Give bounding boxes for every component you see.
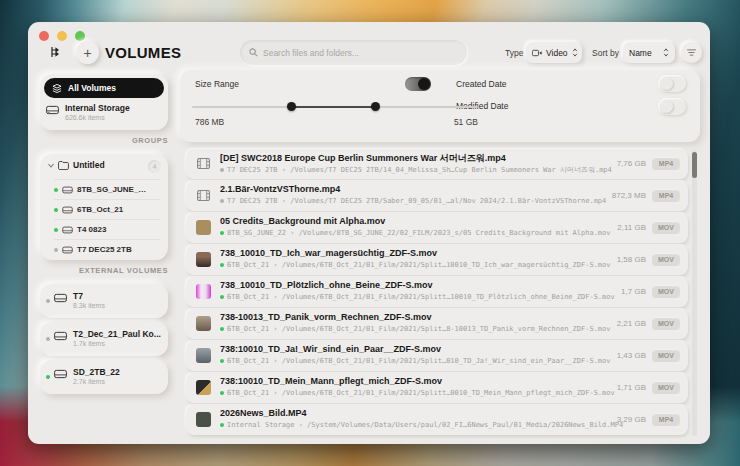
file-path: 6TB_Oct_21 › /Volumes/6TB_Oct_21/01_Film… — [227, 325, 611, 333]
format-badge: MOV — [652, 285, 680, 298]
file-row[interactable]: 738_10010_TD_Plötzlich_ohne_Beine_ZDF-S.… — [186, 277, 688, 307]
file-row[interactable]: 05 Credits_Background mit Alpha.mov 8TB_… — [186, 213, 688, 243]
group-item-label: 8TB_SG_JUNE_… — [77, 185, 146, 194]
film-icon — [196, 188, 211, 203]
status-dot — [220, 295, 224, 299]
file-path: Internal Storage › /System/Volumes/Data/… — [227, 421, 623, 429]
sidebar-item-t4-0823[interactable]: T4 0823 — [54, 219, 160, 239]
scrollbar-thumb[interactable] — [692, 152, 697, 178]
slider-handle-min[interactable] — [287, 102, 296, 111]
folder-icon — [58, 161, 69, 170]
groups-card: Untitled 4 8TB_SG_JUNE_… 6TB_Oct_21 T4 0… — [40, 154, 168, 260]
groups-section-header: GROUPS — [40, 136, 168, 145]
volume-count: 8.3k items — [73, 302, 105, 309]
file-size: 1,58 GB — [591, 255, 646, 264]
video-camera-icon — [532, 49, 542, 57]
created-date-toggle[interactable] — [658, 75, 686, 92]
group-item-label: T7 DEC25 2TB — [77, 245, 132, 254]
status-dot — [220, 327, 224, 331]
format-badge: MOV — [652, 253, 680, 266]
volume-name: T2_Dec_21_Paul Ko... — [73, 329, 161, 339]
file-path: 6TB_Oct_21 › /Volumes/6TB_Oct_21/01_Film… — [227, 389, 615, 397]
drive-icon — [54, 293, 67, 303]
group-count-badge[interactable]: 4 — [148, 160, 161, 173]
sidebar-item-t2-dec-21[interactable]: T2_Dec_21_Paul Ko... 1.7k items — [40, 322, 168, 356]
format-badge: MOV — [652, 381, 680, 394]
size-range-toggle[interactable] — [405, 77, 431, 91]
size-range-slider[interactable] — [192, 102, 478, 111]
video-thumbnail — [196, 220, 211, 235]
status-dot — [220, 263, 224, 267]
add-volume-button[interactable]: + — [76, 41, 99, 64]
file-row[interactable]: 738_10010_TD_Ich_war_magersüchtig_ZDF-S.… — [186, 245, 688, 275]
sidebar-item-internal-storage[interactable]: Internal Storage 626.6k items — [46, 103, 130, 121]
sidebar-item-t7-dec25[interactable]: T7 DEC25 2TB — [54, 239, 160, 259]
file-row[interactable]: 738:10010_TD_Mein_Mann_pflegt_mich_ZDF-S… — [186, 373, 688, 403]
sidebar-item-label: All Volumes — [68, 83, 116, 93]
sidebar-item-sd-2tb-22[interactable]: SD_2TB_22 2.7k items — [40, 360, 168, 394]
group-untitled[interactable]: Untitled — [48, 160, 105, 170]
format-badge: MOV — [652, 349, 680, 362]
status-dot — [54, 248, 58, 252]
sidebar-item-t7[interactable]: T7 8.3k items — [40, 284, 168, 318]
modified-date-toggle[interactable] — [658, 98, 686, 115]
scrollbar[interactable] — [692, 150, 697, 436]
workflow-icon[interactable] — [49, 46, 61, 58]
file-size: 2,11 GB — [591, 223, 646, 232]
window-controls — [39, 31, 85, 41]
format-badge: MP4 — [652, 413, 680, 426]
file-row[interactable]: 2.1.Bär-VontzVSThorne.mp4 T7 DEC25 2TB ›… — [186, 181, 688, 211]
status-dot — [220, 423, 224, 427]
file-row[interactable]: 738-10013_TD_Panik_vorm_Rechnen_ZDF-S.mo… — [186, 309, 688, 339]
file-path: 8TB_SG_JUNE_22 › /Volumes/8TB_SG_JUNE_22… — [227, 229, 611, 237]
status-dot — [46, 337, 50, 341]
file-row[interactable]: 2026News_Bild.MP4 Internal Storage › /Sy… — [186, 405, 688, 435]
drive-icon — [54, 369, 67, 379]
close-button[interactable] — [39, 31, 49, 41]
minimize-button[interactable] — [57, 31, 67, 41]
size-max-value: 51 GB — [418, 117, 478, 127]
chevron-up-down-icon — [572, 48, 578, 57]
search-bar[interactable] — [240, 40, 467, 65]
file-name: 2.1.Bär-VontzVSThorne.mp4 — [220, 184, 615, 194]
file-size: 2,21 GB — [591, 319, 646, 328]
sort-label: Sort by — [592, 48, 619, 58]
file-name: 05 Credits_Background mit Alpha.mov — [220, 216, 615, 226]
sidebar-item-8tb-sg-june[interactable]: 8TB_SG_JUNE_… — [54, 179, 160, 199]
volumes-card: All Volumes Internal Storage 626.6k item… — [40, 74, 168, 130]
search-input[interactable] — [263, 48, 458, 58]
video-thumbnail — [196, 348, 211, 363]
chevron-down-icon — [48, 163, 54, 168]
video-thumbnail — [196, 412, 211, 427]
sort-dropdown[interactable]: Name — [623, 42, 675, 63]
video-thumbnail — [196, 252, 211, 267]
drive-icon — [54, 331, 67, 341]
file-row[interactable]: [DE] SWC2018 Europe Cup Berlin Summoners… — [186, 149, 688, 179]
file-name: 2026News_Bild.MP4 — [220, 408, 615, 418]
zoom-button[interactable] — [75, 31, 85, 41]
file-name: [DE] SWC2018 Europe Cup Berlin Summoners… — [220, 152, 615, 165]
type-label: Type — [505, 48, 523, 58]
sidebar-item-all-volumes[interactable]: All Volumes — [44, 78, 164, 98]
type-dropdown[interactable]: Video — [526, 42, 582, 63]
video-thumbnail — [196, 380, 211, 395]
file-path: 6TB_Oct_21 › /Volumes/6TB_Oct_21/01_Film… — [227, 261, 611, 269]
status-dot — [46, 375, 50, 379]
slider-handle-max[interactable] — [371, 102, 380, 111]
sidebar-item-6tb-oct-21[interactable]: 6TB_Oct_21 — [54, 199, 160, 219]
format-badge: MOV — [652, 317, 680, 330]
file-name: 738-10013_TD_Panik_vorm_Rechnen_ZDF-S.mo… — [220, 312, 615, 322]
status-dot — [54, 228, 58, 232]
filter-icon[interactable] — [681, 42, 702, 63]
desktop: + VOLUMES Type Video Sort by Name — [0, 0, 740, 466]
file-size: 1,43 GB — [591, 351, 646, 360]
group-item-label: T4 0823 — [77, 225, 106, 234]
file-row[interactable]: 738:10010_TD_Ja!_Wir_sind_ein_Paar__ZDF-… — [186, 341, 688, 371]
external-volumes-header: EXTERNAL VOLUMES — [40, 266, 168, 275]
volume-count: 2.7k items — [73, 378, 120, 385]
type-value: Video — [546, 48, 568, 58]
volume-count: 626.6k items — [65, 114, 130, 121]
filter-panel: Size Range Created Date Modified Date 78… — [180, 70, 700, 142]
file-path: T7 DEC25 2TB › /Volumes/T7 DEC25 2TB/Sab… — [227, 197, 606, 205]
file-name: 738_10010_TD_Plötzlich_ohne_Beine_ZDF-S.… — [220, 280, 615, 290]
